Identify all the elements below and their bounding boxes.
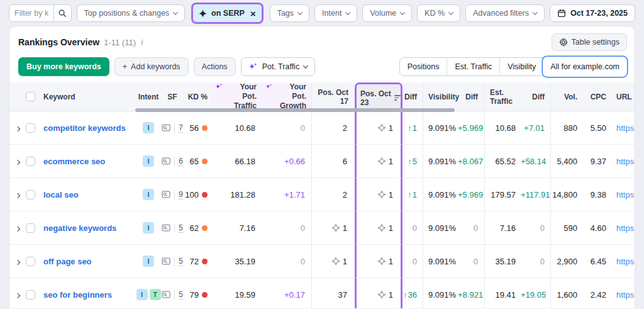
keyword-link[interactable]: off page seo: [43, 257, 92, 266]
keyword-link[interactable]: seo for beginners: [43, 290, 112, 300]
table-settings-button[interactable]: Table settings: [552, 33, 627, 51]
kd-dropdown[interactable]: KD %: [417, 4, 460, 22]
header-diff-visibility[interactable]: Diff: [458, 82, 484, 111]
row-checkbox-cell: [26, 211, 43, 245]
date-range-picker[interactable]: Oct 17-23, 2025: [550, 4, 635, 22]
pos-oct17-cell: 2: [311, 111, 355, 145]
pot-traffic-cell: 7.16: [211, 211, 262, 245]
serp-preview-icon[interactable]: [162, 256, 170, 266]
header-diff-position[interactable]: Diff: [402, 82, 423, 111]
cpc-cell: 9.38: [586, 178, 610, 211]
serp-preview-icon[interactable]: [162, 289, 170, 300]
date-range-label: Oct 17-23, 2025: [570, 9, 628, 18]
url-link[interactable]: https://w: [616, 257, 635, 266]
visibility-diff-cell: +8.921: [458, 278, 484, 308]
chevron-right-icon[interactable]: [15, 159, 20, 164]
pot-growth-cell: 0: [262, 111, 311, 145]
keyword-link[interactable]: competitor keywords: [43, 123, 126, 133]
kd-cell: 79: [183, 278, 211, 308]
header-volume[interactable]: Vol.: [550, 82, 586, 111]
sf-count[interactable]: 7: [179, 123, 183, 133]
url-link[interactable]: https://w: [616, 123, 635, 133]
tab-est-traffic[interactable]: Est. Traffic: [447, 57, 499, 76]
kd-level-dot: [202, 225, 208, 231]
horizontal-scrollbar[interactable]: [135, 108, 455, 112]
divider: [174, 257, 175, 266]
advanced-filters-dropdown[interactable]: Advanced filters: [465, 4, 545, 22]
header-pos-oct17[interactable]: Pos. Oct 17: [311, 82, 355, 111]
intent-dropdown[interactable]: Intent: [314, 4, 357, 22]
buy-more-keywords-button[interactable]: Buy more keywords: [18, 57, 109, 76]
header-pot-traffic[interactable]: Your Pot. Traffic: [211, 82, 262, 111]
tab-positions[interactable]: Positions: [400, 57, 447, 76]
header-pot-growth[interactable]: Your Pot. Growth: [262, 82, 311, 111]
pos-diff-cell: ↑ 0: [402, 211, 423, 245]
add-keywords-button[interactable]: + Add keywords: [114, 57, 189, 76]
sf-count[interactable]: 5: [179, 223, 183, 233]
header-pos-oct23[interactable]: Pos. Oct 23: [355, 82, 402, 111]
pot-traffic-dropdown[interactable]: Pot. Traffic: [241, 57, 316, 76]
chevron-right-icon[interactable]: [15, 126, 20, 131]
table-actions-row: Buy more keywords + Add keywords Actions…: [9, 57, 635, 82]
url-link[interactable]: https://w: [616, 157, 635, 166]
actions-button[interactable]: Actions: [194, 57, 236, 76]
intent-badge-I: I: [143, 155, 154, 167]
keyword-filter-input[interactable]: [9, 5, 53, 21]
expand-row-cell: [9, 178, 26, 211]
select-all-checkbox[interactable]: [26, 92, 35, 101]
kd-value: 72: [190, 257, 199, 266]
keyword-link[interactable]: ecommerce seo: [43, 157, 105, 166]
keyword-link[interactable]: negative keywords: [43, 223, 116, 233]
sf-count[interactable]: 9: [179, 190, 183, 199]
on-serp-filter-chip[interactable]: on SERP ×: [193, 4, 262, 22]
header-intent[interactable]: Intent: [135, 82, 162, 111]
volume-dropdown[interactable]: Volume: [362, 4, 412, 22]
row-checkbox[interactable]: [26, 123, 35, 133]
sf-count[interactable]: 5: [179, 257, 183, 266]
header-sf[interactable]: SF: [162, 82, 183, 111]
header-est-traffic[interactable]: Est. Traffic: [484, 82, 521, 111]
serp-preview-icon[interactable]: [162, 189, 170, 199]
tags-dropdown[interactable]: Tags: [270, 4, 309, 22]
header-keyword[interactable]: Keyword: [43, 82, 135, 111]
header-expand: [9, 82, 26, 111]
url-link[interactable]: https://w: [616, 190, 635, 199]
chevron-right-icon[interactable]: [15, 293, 20, 298]
serp-preview-icon[interactable]: [162, 156, 170, 166]
serp-preview-icon[interactable]: [162, 223, 170, 233]
header-url[interactable]: URL: [610, 82, 635, 111]
sf-count[interactable]: 6: [179, 157, 183, 166]
row-checkbox[interactable]: [26, 190, 35, 199]
volume-cell: 2,900: [550, 245, 586, 278]
header-visibility[interactable]: Visibility: [423, 82, 458, 111]
chevron-right-icon[interactable]: [15, 226, 20, 231]
header-diff-est-traffic[interactable]: Diff: [521, 82, 550, 111]
info-icon[interactable]: i: [141, 37, 143, 47]
row-checkbox[interactable]: [26, 257, 35, 266]
row-checkbox[interactable]: [26, 290, 35, 300]
url-link[interactable]: https://w: [616, 290, 635, 300]
close-icon[interactable]: ×: [250, 8, 256, 19]
row-checkbox[interactable]: [26, 223, 35, 233]
search-button[interactable]: [53, 5, 71, 21]
sf-count[interactable]: 5: [179, 290, 183, 300]
serp-feature-diamond-icon: [377, 123, 386, 132]
table-row: local seo I 9 100 181.28 +1.71: [9, 178, 635, 211]
header-cpc[interactable]: CPC: [586, 82, 610, 111]
row-checkbox[interactable]: [26, 157, 35, 166]
chevron-right-icon[interactable]: [15, 193, 20, 198]
url-link[interactable]: https://w: [616, 223, 635, 233]
top-positions-dropdown[interactable]: Top positions & changes: [77, 4, 186, 22]
pos-diff-cell: ↑ 1: [402, 111, 423, 145]
url-cell: https://w: [610, 145, 635, 178]
intent-cell: I: [135, 111, 162, 145]
keyword-link[interactable]: local seo: [43, 190, 79, 199]
visibility-diff-value: +8.921: [458, 290, 483, 300]
card-header: Rankings Overview 1-11 (11) i Table sett…: [9, 26, 635, 57]
tab-visibility[interactable]: Visibility: [499, 57, 543, 76]
intent-badge-I: I: [143, 256, 154, 267]
header-kd[interactable]: KD %: [183, 82, 211, 111]
serp-preview-icon[interactable]: [162, 123, 170, 133]
tab-all-for-domain[interactable]: All for example.com: [543, 57, 627, 77]
chevron-right-icon[interactable]: [15, 259, 20, 264]
